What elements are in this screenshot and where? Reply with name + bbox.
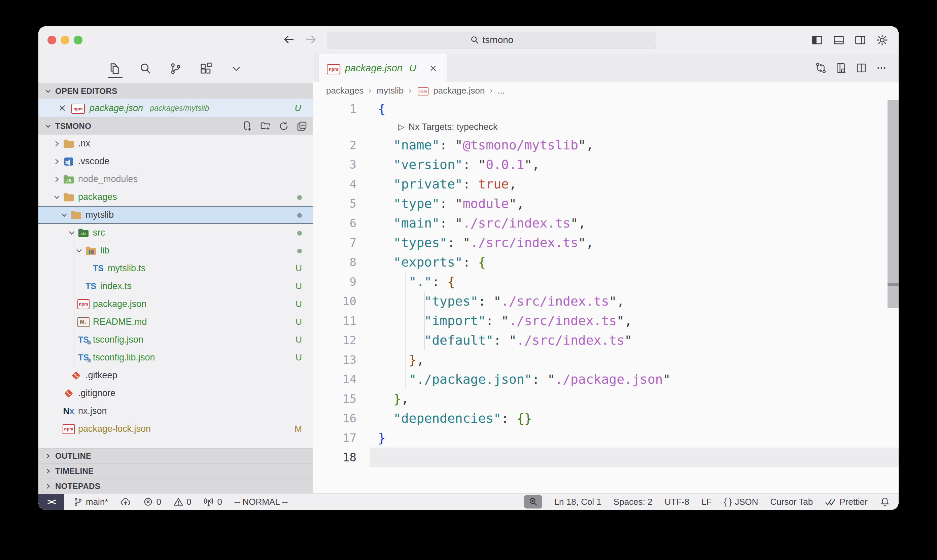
activity-files-icon[interactable] [108,58,122,79]
close-tab-icon[interactable] [428,64,438,73]
activity-search-icon[interactable] [138,58,152,79]
code-line-10[interactable]: 10 "types": "./src/index.ts", [313,291,899,311]
code-line-7[interactable]: 7 "types": "./src/index.ts", [313,233,899,252]
status-spaces-2[interactable]: Spaces: 2 [614,497,652,507]
activity-extensions-icon[interactable] [199,58,213,79]
open-editors-header[interactable]: OPEN EDITORS [38,83,313,98]
settings-gear-icon[interactable] [876,34,889,46]
status-double-check-icon[interactable]: Prettier [825,497,868,507]
status-zoom-magnifier-icon[interactable] [524,495,542,509]
status-cursor-tab[interactable]: Cursor Tab [771,497,813,507]
activity-source-control-icon[interactable] [169,58,182,79]
chevron-right-icon[interactable] [52,140,62,148]
remote-indicator[interactable]: >< [38,494,64,510]
chevron-down-icon[interactable] [67,229,77,237]
tree-item-.gitkeep[interactable]: .gitkeep [38,366,313,384]
status-broadcast-icon[interactable]: 0 [203,496,222,507]
code-line-8[interactable]: 8 "exports": { [313,252,899,272]
tree-item-package-lock.json[interactable]: npmpackage-lock.jsonM [38,420,313,438]
activity-chevron-down-icon[interactable] [229,58,243,79]
chevron-right-icon[interactable] [52,157,62,166]
new-folder-icon[interactable] [260,121,271,132]
line-number: 5 [313,197,357,210]
code-line-9[interactable]: 9 ".": { [313,272,899,291]
code-line-18[interactable]: 18 [313,448,899,467]
compare-changes-icon[interactable] [815,62,826,74]
code-line-5[interactable]: 5 "type": "module", [313,194,899,213]
tree-item-mytslib[interactable]: mytslib [38,206,313,224]
collapse-all-icon[interactable] [297,121,307,132]
toggle-secondary-sidebar-icon[interactable] [854,34,866,46]
status-bell-icon[interactable] [880,497,890,507]
tree-item-tsconfig.lib.json[interactable]: TS✱tsconfig.lib.jsonU [38,349,313,366]
status--normal-[interactable]: -- NORMAL -- [234,497,288,507]
tree-item-src[interactable]: </>src [38,224,313,242]
code-line-2[interactable]: 2 "name": "@tsmono/mytslib", [313,135,899,155]
open-editor-item[interactable]: npm package.json packages/mytslib U [38,98,313,117]
back-icon[interactable] [283,33,295,46]
code-editor[interactable]: 1{▷Nx Targets: typecheck2 "name": "@tsmo… [313,99,899,494]
chevron-down-icon[interactable] [74,247,84,255]
codelens-nx-targets[interactable]: ▷Nx Targets: typecheck [313,118,899,135]
new-file-icon[interactable] [242,121,253,132]
refresh-icon[interactable] [278,121,289,132]
tree-item-.vscode[interactable]: .vscode [38,152,313,170]
more-actions-icon[interactable] [876,62,887,74]
code-line-6[interactable]: 6 "main": "./src/index.ts", [313,213,899,233]
outline-section-header[interactable]: OUTLINE [38,448,313,463]
maximize-window-button[interactable] [74,36,83,45]
chevron-down-icon[interactable] [59,211,69,219]
close-icon[interactable] [58,104,67,112]
tree-item-.gitignore[interactable]: .gitignore [38,384,313,402]
toggle-primary-sidebar-icon[interactable] [811,34,823,46]
code-line-12[interactable]: 12 "default": "./src/index.ts" [313,331,899,350]
command-center-search[interactable]: tsmono [327,32,656,48]
code-line-4[interactable]: 4 "private": true, [313,174,899,194]
explorer-section-header[interactable]: TSMONO [38,117,313,135]
status-utf-8[interactable]: UTF-8 [665,497,689,507]
code-line-3[interactable]: 3 "version": "0.0.1", [313,155,899,174]
code-line-16[interactable]: 16 "dependencies": {} [313,409,899,428]
close-window-button[interactable] [48,36,56,45]
notepads-section-header[interactable]: NOTEPADS [38,478,313,494]
code-line-14[interactable]: 14 "./package.json": "./package.json" [313,369,899,389]
breadcrumb-item-...[interactable]: ... [497,86,505,96]
status-braces-icon[interactable]: { }JSON [724,497,758,507]
status-git-branch-icon[interactable]: main* [73,497,108,507]
split-editor-icon[interactable] [855,62,867,74]
tree-item-nx.json[interactable]: Nxnx.json [38,402,313,420]
open-preview-icon[interactable] [835,62,847,74]
tree-item-index.ts[interactable]: TSindex.tsU [38,277,313,295]
tree-item-README.md[interactable]: M↓README.mdU [38,313,313,331]
tree-item-package.json[interactable]: npmpackage.jsonU [38,295,313,313]
code-line-11[interactable]: 11 "import": "./src/index.ts", [313,311,899,331]
timeline-section-header[interactable]: TIMELINE [38,463,313,478]
status-ln-18-col-1[interactable]: Ln 18, Col 1 [554,497,602,507]
code-line-13[interactable]: 13 }, [313,350,899,369]
breadcrumb-item-packages[interactable]: packages [326,86,363,96]
tree-item-lib[interactable]: lib [38,242,313,260]
editor-scrollbar[interactable] [888,100,899,308]
code-line-15[interactable]: 15 }, [313,389,899,409]
status-cloud-upload-icon[interactable] [120,496,131,507]
forward-icon[interactable] [304,33,317,46]
breadcrumb-item-package.json[interactable]: npmpackage.json [416,85,485,97]
tree-item-.nx[interactable]: .nx [38,135,313,152]
code-line-content: "exports": { [370,252,899,272]
code-line-17[interactable]: 17} [313,428,899,448]
tree-item-node_modules[interactable]: JSnode_modules [38,170,313,188]
tree-item-tsconfig.json[interactable]: TS✱tsconfig.jsonU [38,331,313,349]
chevron-down-icon[interactable] [52,193,62,201]
breadcrumb-item-mytslib[interactable]: mytslib [376,86,403,96]
status-lf[interactable]: LF [702,497,711,507]
status-warning-triangle-icon[interactable]: 0 [173,497,191,507]
minimize-window-button[interactable] [61,36,69,45]
toggle-panel-icon[interactable] [833,34,845,46]
chevron-right-icon[interactable] [52,175,62,183]
tree-item-label: tsconfig.json [93,334,143,345]
status-error-circle-icon[interactable]: 0 [143,497,161,507]
tab-package-json[interactable]: npm package.json U [318,54,447,82]
tree-item-packages[interactable]: packages [38,188,313,206]
code-line-1[interactable]: 1{ [313,99,899,118]
tree-item-mytslib.ts[interactable]: TSmytslib.tsU [38,260,313,277]
